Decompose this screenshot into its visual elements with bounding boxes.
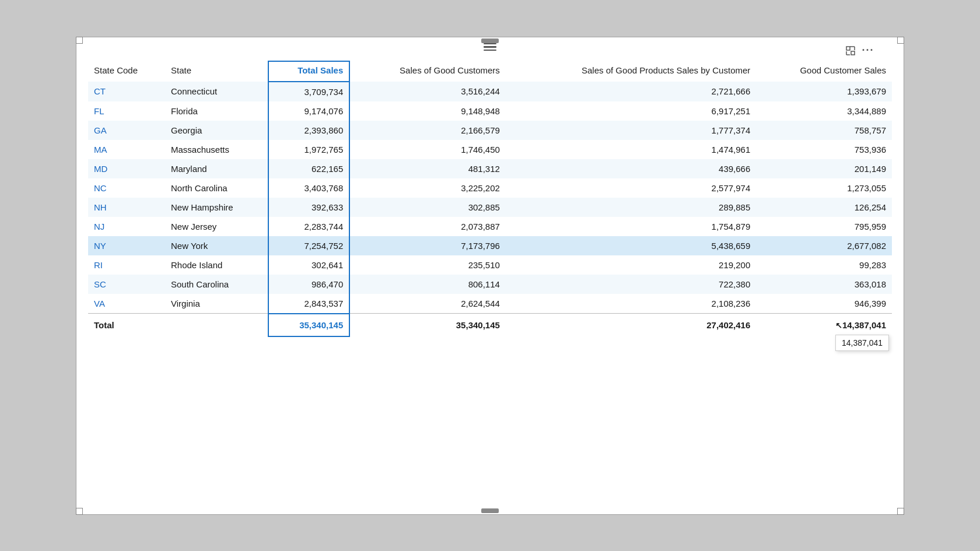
cell-state-code: NC [88, 178, 165, 198]
col-header-state: State [165, 61, 268, 82]
cell-state-code: SC [88, 275, 165, 294]
col-header-total-sales[interactable]: Total Sales [268, 61, 349, 82]
cell-sales-good-products: 6,917,251 [506, 101, 756, 121]
toolbar: ··· [844, 44, 874, 57]
cell-good-customer-sales: 758,757 [756, 121, 892, 140]
cell-total-sales: 1,972,765 [268, 140, 349, 159]
cell-state-code: RI [88, 255, 165, 275]
cell-sales-good-customers: 3,516,244 [349, 82, 506, 101]
cell-good-customer-sales: 753,936 [756, 140, 892, 159]
cell-state-code: GA [88, 121, 165, 140]
cell-good-customer-sales: 3,344,889 [756, 101, 892, 121]
tooltip: 14,387,041 [835, 335, 889, 351]
cell-sales-good-customers: 3,225,202 [349, 178, 506, 198]
table-row[interactable]: SCSouth Carolina986,470806,114722,380363… [88, 275, 892, 294]
col-header-state-code: State Code [88, 61, 165, 82]
resize-handle-tr[interactable] [897, 37, 904, 44]
resize-handle-bl[interactable] [76, 508, 83, 515]
more-options-icon[interactable]: ··· [862, 44, 874, 57]
svg-rect-0 [846, 47, 850, 50]
cell-state: Rhode Island [165, 255, 268, 275]
cell-state: New York [165, 236, 268, 255]
cell-sales-good-products: 1,777,374 [506, 121, 756, 140]
cell-good-customer-sales: 1,273,055 [756, 178, 892, 198]
cell-sales-good-products: 1,474,961 [506, 140, 756, 159]
cell-good-customer-sales: 126,254 [756, 198, 892, 217]
cell-state: Florida [165, 101, 268, 121]
cell-state-code: MD [88, 159, 165, 178]
table-row[interactable]: MDMaryland622,165481,312439,666201,149 [88, 159, 892, 178]
cell-sales-good-customers: 2,624,544 [349, 294, 506, 314]
table-row[interactable]: GAGeorgia2,393,8602,166,5791,777,374758,… [88, 121, 892, 140]
cell-total-sales: 7,254,752 [268, 236, 349, 255]
totals-good-customer-sales: ↖14,387,041 14,387,041 [756, 314, 892, 336]
cell-total-sales: 3,403,768 [268, 178, 349, 198]
cell-state: Georgia [165, 121, 268, 140]
cell-total-sales: 2,283,744 [268, 217, 349, 236]
svg-rect-1 [851, 51, 855, 55]
cell-sales-good-customers: 1,746,450 [349, 140, 506, 159]
cell-sales-good-products: 2,577,974 [506, 178, 756, 198]
col-header-good-customer-sales: Good Customer Sales [756, 61, 892, 82]
totals-sales-good-customers: 35,340,145 [349, 314, 506, 336]
cell-state: South Carolina [165, 275, 268, 294]
cell-sales-good-customers: 481,312 [349, 159, 506, 178]
cell-sales-good-customers: 806,114 [349, 275, 506, 294]
table-row[interactable]: VAVirginia2,843,5372,624,5442,108,236946… [88, 294, 892, 314]
cell-sales-good-products: 439,666 [506, 159, 756, 178]
resize-handle-br[interactable] [897, 508, 904, 515]
col-header-sales-good-customers: Sales of Good Customers [349, 61, 506, 82]
table-container: State Code State Total Sales Sales of Go… [76, 43, 904, 349]
cell-state-code: NJ [88, 217, 165, 236]
totals-sales-good-products: 27,402,416 [506, 314, 756, 336]
tooltip-wrapper: ↖14,387,041 14,387,041 [835, 320, 886, 330]
cell-total-sales: 622,165 [268, 159, 349, 178]
cell-sales-good-products: 5,438,659 [506, 236, 756, 255]
cell-sales-good-customers: 7,173,796 [349, 236, 506, 255]
cell-sales-good-products: 2,108,236 [506, 294, 756, 314]
table-row[interactable]: NCNorth Carolina3,403,7683,225,2022,577,… [88, 178, 892, 198]
cell-state: Massachusetts [165, 140, 268, 159]
cell-total-sales: 302,641 [268, 255, 349, 275]
cell-good-customer-sales: 795,959 [756, 217, 892, 236]
cell-state-code: CT [88, 82, 165, 101]
table-row[interactable]: CTConnecticut3,709,7343,516,2442,721,666… [88, 82, 892, 101]
table-body: CTConnecticut3,709,7343,516,2442,721,666… [88, 82, 892, 314]
cell-state-code: FL [88, 101, 165, 121]
table-row[interactable]: MAMassachusetts1,972,7651,746,4501,474,9… [88, 140, 892, 159]
main-window: ··· State Code State Total Sales Sales [76, 37, 904, 515]
cell-sales-good-products: 2,721,666 [506, 82, 756, 101]
cell-good-customer-sales: 99,283 [756, 255, 892, 275]
expand-icon[interactable] [844, 44, 857, 57]
cell-total-sales: 392,633 [268, 198, 349, 217]
table-row[interactable]: FLFlorida9,174,0769,148,9486,917,2513,34… [88, 101, 892, 121]
cell-state: Maryland [165, 159, 268, 178]
cell-state: Connecticut [165, 82, 268, 101]
table-row[interactable]: NYNew York7,254,7527,173,7965,438,6592,6… [88, 236, 892, 255]
table-row[interactable]: NJNew Jersey2,283,7442,073,8871,754,8797… [88, 217, 892, 236]
hamburger-menu[interactable] [484, 43, 496, 51]
cell-state: New Hampshire [165, 198, 268, 217]
drag-handle-top[interactable] [481, 38, 499, 43]
cell-good-customer-sales: 201,149 [756, 159, 892, 178]
cell-state-code: VA [88, 294, 165, 314]
cell-state-code: MA [88, 140, 165, 159]
totals-total-sales: 35,340,145 [268, 314, 349, 336]
cell-good-customer-sales: 363,018 [756, 275, 892, 294]
cell-sales-good-customers: 235,510 [349, 255, 506, 275]
table-row[interactable]: RIRhode Island302,641235,510219,20099,28… [88, 255, 892, 275]
cell-sales-good-customers: 302,885 [349, 198, 506, 217]
cell-good-customer-sales: 2,677,082 [756, 236, 892, 255]
table-row[interactable]: NHNew Hampshire392,633302,885289,885126,… [88, 198, 892, 217]
cell-sales-good-customers: 2,073,887 [349, 217, 506, 236]
cell-state-code: NY [88, 236, 165, 255]
cell-state: North Carolina [165, 178, 268, 198]
cell-total-sales: 2,393,860 [268, 121, 349, 140]
cell-state: Virginia [165, 294, 268, 314]
cell-sales-good-customers: 2,166,579 [349, 121, 506, 140]
col-header-sales-good-products: Sales of Good Products Sales by Customer [506, 61, 756, 82]
cell-total-sales: 986,470 [268, 275, 349, 294]
resize-handle-tl[interactable] [76, 37, 83, 44]
cursor-indicator: ↖ [835, 321, 842, 330]
drag-handle-bottom[interactable] [481, 508, 499, 513]
